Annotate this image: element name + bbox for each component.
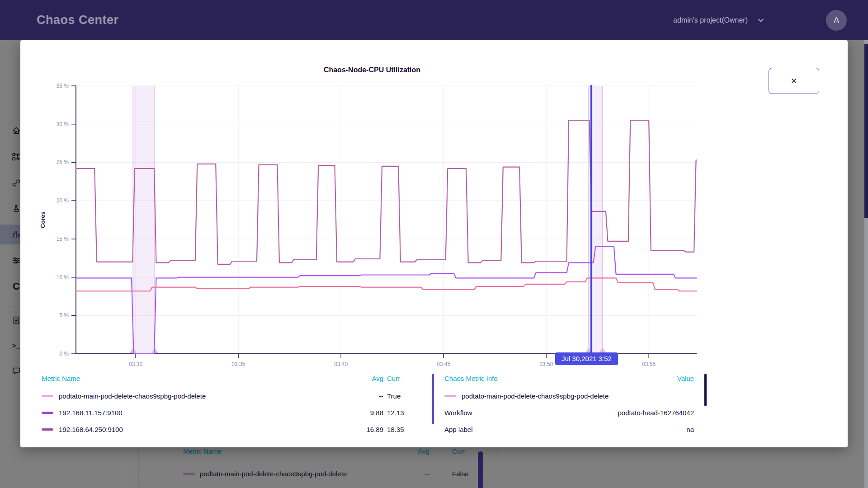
legend-header: Chaos Metric Info Value: [444, 371, 694, 385]
y-axis-label: Cores: [39, 211, 46, 228]
metric-legend-table: Metric Name Avg Curr podtato-main-pod-de…: [42, 371, 430, 438]
page: C >_ Litmus Version: Build Time: Invalid…: [0, 0, 868, 488]
legend-row: podtato-main-pod-delete-chaos9spbg-pod-d…: [42, 388, 430, 404]
metric-name: podtato-main-pod-delete-chaos9spbg-pod-d…: [59, 392, 206, 400]
workflow-value: podtato-head-162764042: [618, 409, 694, 417]
close-icon: ✕: [791, 76, 797, 86]
metric-name: 192.168.64.250:9100: [59, 426, 123, 433]
workflow-label: Workflow: [444, 409, 472, 417]
col-curr: Curr: [385, 375, 430, 382]
legend-row: App label na: [444, 421, 694, 438]
y-tick-label: 25 %: [57, 159, 69, 165]
legend-row: 192.168.11.157:9100 9.88 12.13: [42, 404, 430, 421]
y-tick-label: 5 %: [59, 312, 69, 319]
y-tick-label: 20 %: [57, 197, 69, 204]
chaos-event-band: [133, 86, 155, 354]
close-button[interactable]: ✕: [769, 68, 819, 94]
chart-popout-modal: Chaos-Node-CPU Utilization ✕ 0 %5 %10 %1…: [20, 40, 848, 447]
legend-row: 192.168.64.250:9100 16.89 18.35: [42, 421, 430, 438]
col-metric-name: Metric Name: [42, 375, 356, 382]
legend-scroll-thumb[interactable]: [704, 374, 707, 406]
metric-avg: --: [356, 392, 383, 400]
x-tick-label: 03:35: [231, 361, 245, 367]
project-selector-label: admin's project(Owner): [673, 16, 748, 24]
avatar[interactable]: A: [826, 10, 847, 31]
series-line: [76, 120, 697, 264]
legend-row: podtato-main-pod-delete-chaos9spbg-pod-d…: [444, 388, 694, 404]
legend-row: Workflow podtato-head-162764042: [444, 404, 694, 421]
series-swatch: [444, 395, 456, 397]
metric-curr: 12.13: [385, 409, 430, 417]
x-tick-label: 03:45: [437, 361, 450, 367]
top-app-bar: Chaos Center admin's project(Owner) A: [0, 0, 868, 40]
y-tick-label: 35 %: [57, 83, 69, 89]
y-tick-label: 0 %: [59, 351, 69, 357]
page-scrollbar-thumb[interactable]: [864, 44, 868, 218]
metric-name: 192.168.11.157:9100: [59, 409, 123, 417]
series-swatch: [42, 395, 53, 397]
chaos-metric-info-table: Chaos Metric Info Value podtato-main-pod…: [444, 371, 694, 438]
x-tick-label: 03:30: [129, 361, 142, 367]
metric-avg: 9.88: [356, 409, 383, 417]
metric-curr: True: [385, 392, 430, 400]
series-swatch: [42, 428, 53, 431]
project-selector[interactable]: admin's project(Owner): [673, 0, 764, 40]
y-tick-label: 15 %: [57, 236, 69, 242]
x-tick-label: 03:55: [642, 361, 656, 367]
chevron-down-icon: [758, 17, 764, 23]
cpu-utilization-chart[interactable]: 0 %5 %10 %15 %20 %25 %30 %35 %03:3003:35…: [38, 72, 703, 380]
chaos-metric-name: podtato-main-pod-delete-chaos9spbg-pod-d…: [462, 392, 609, 400]
col-avg: Avg: [356, 375, 383, 382]
series-line: [76, 278, 697, 291]
col-chaos-metric-info: Chaos Metric Info: [444, 375, 677, 382]
col-value: Value: [677, 375, 694, 382]
app-label-value: na: [686, 426, 694, 433]
x-tick-label: 03:40: [334, 361, 348, 367]
legend-header: Metric Name Avg Curr: [42, 371, 430, 385]
chart-tooltip: Jul 30,2021 3:52: [555, 352, 618, 365]
legend-divider-bar: [432, 374, 434, 424]
series-swatch: [42, 412, 53, 414]
metric-curr: 18.35: [385, 426, 430, 433]
app-label-label: App label: [444, 426, 473, 433]
x-tick-label: 03:50: [539, 361, 553, 367]
app-title: Chaos Center: [37, 0, 119, 40]
y-tick-label: 30 %: [57, 121, 69, 127]
avatar-initial: A: [834, 15, 840, 25]
y-tick-label: 10 %: [57, 274, 69, 281]
metric-avg: 16.89: [356, 426, 383, 433]
